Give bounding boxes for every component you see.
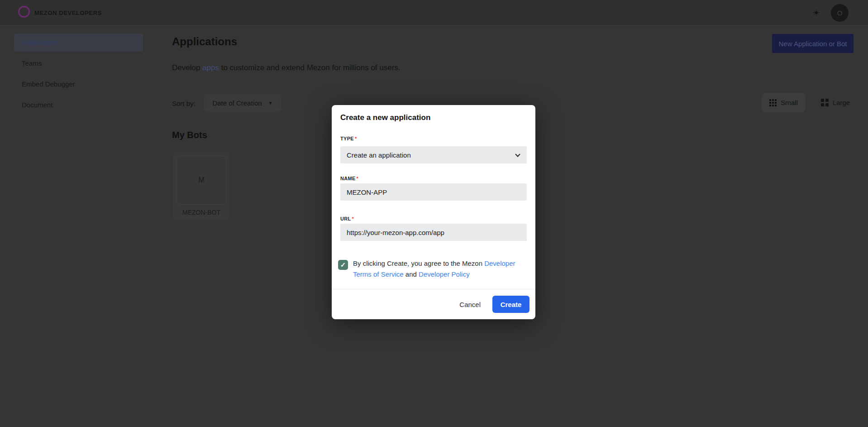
type-select-value: Create an application bbox=[347, 151, 411, 159]
type-select[interactable]: Create an application bbox=[340, 146, 527, 163]
sidebar-item-teams[interactable]: Teams bbox=[14, 54, 143, 72]
agreement-text: By clicking Create, you agree to the Mez… bbox=[353, 258, 524, 280]
mezon-logo-icon bbox=[18, 6, 30, 18]
page-description: Develop apps to customize and extend Mez… bbox=[172, 63, 401, 72]
developer-policy-link[interactable]: Developer Policy bbox=[419, 270, 470, 278]
grid-large-label: Large bbox=[833, 99, 850, 106]
type-label: TYPE* bbox=[340, 136, 357, 141]
modal-title: Create a new application bbox=[340, 113, 430, 122]
grid-small-icon bbox=[769, 99, 777, 106]
grid-small-label: Small bbox=[781, 99, 798, 106]
bot-avatar: M bbox=[176, 156, 226, 205]
agreement-checkbox[interactable]: ✓ bbox=[338, 260, 348, 270]
agreement-row: ✓ By clicking Create, you agree to the M… bbox=[338, 258, 524, 280]
required-asterisk: * bbox=[352, 216, 354, 221]
sidebar-item-applications[interactable]: Applications bbox=[14, 34, 143, 52]
top-bar: MEZON DEVELOPERS ☀ O bbox=[0, 0, 868, 26]
brand-title: MEZON DEVELOPERS bbox=[34, 0, 102, 26]
url-label: URL* bbox=[340, 216, 354, 221]
create-button[interactable]: Create bbox=[492, 296, 529, 313]
create-application-modal: Create a new application TYPE* Create an… bbox=[332, 105, 535, 319]
page: MEZON DEVELOPERS ☀ O Applications Teams … bbox=[0, 0, 868, 427]
page-title: Applications bbox=[172, 35, 237, 48]
user-avatar[interactable]: O bbox=[831, 4, 849, 22]
sidebar-item-embed-debugger[interactable]: Embed Debugger bbox=[14, 75, 143, 93]
sort-dropdown[interactable]: Date of Creation ▼ bbox=[204, 94, 281, 112]
sort-by-label: Sort by: bbox=[172, 95, 196, 113]
name-input[interactable] bbox=[340, 183, 527, 201]
new-application-button[interactable]: New Application or Bot bbox=[772, 34, 854, 53]
grid-large-icon bbox=[821, 99, 829, 106]
required-asterisk: * bbox=[357, 176, 359, 181]
modal-footer: Cancel Create bbox=[332, 289, 535, 319]
required-asterisk: * bbox=[355, 136, 357, 141]
description-text: Develop bbox=[172, 63, 202, 72]
apps-link[interactable]: apps bbox=[202, 63, 219, 72]
sidebar-item-document[interactable]: Document bbox=[14, 96, 143, 114]
name-label: NAME* bbox=[340, 176, 358, 181]
caret-down-icon: ▼ bbox=[268, 101, 273, 106]
my-bots-heading: My Bots bbox=[172, 130, 207, 140]
chevron-down-icon bbox=[515, 152, 520, 157]
cancel-button[interactable]: Cancel bbox=[459, 301, 481, 308]
grid-size-large-toggle[interactable]: Large bbox=[815, 93, 856, 112]
bot-name: MEZON-BOT bbox=[173, 209, 230, 216]
url-input[interactable] bbox=[340, 224, 527, 241]
description-text-2: to customize and extend Mezon for millio… bbox=[219, 63, 401, 72]
sort-dropdown-value: Date of Creation bbox=[212, 99, 262, 107]
bot-card[interactable]: M MEZON-BOT bbox=[173, 152, 230, 220]
grid-size-small-toggle[interactable]: Small bbox=[762, 93, 806, 112]
theme-toggle-sun-icon[interactable]: ☀ bbox=[812, 0, 820, 26]
